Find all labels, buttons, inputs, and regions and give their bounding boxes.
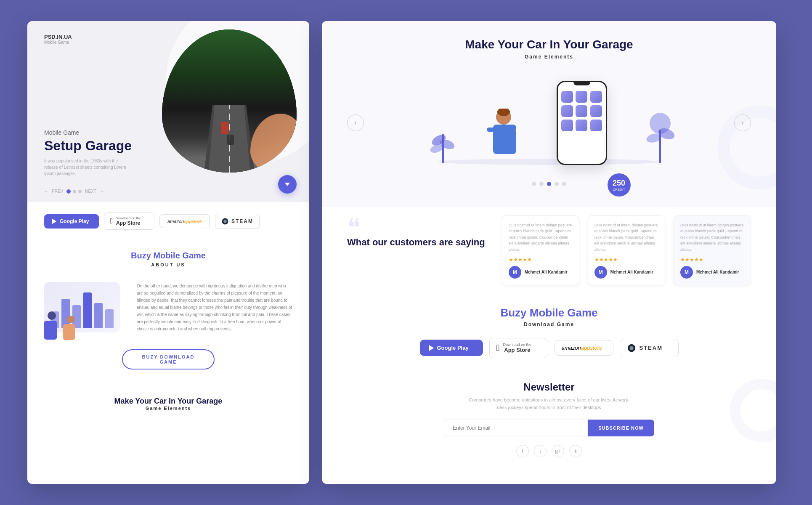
prev-arrow: ← — [44, 189, 48, 194]
badge-sub: CREDIT — [613, 188, 625, 191]
reviewer-avatar-2: M — [594, 266, 607, 279]
google-play-lg-button[interactable]: Google Play — [420, 340, 483, 356]
amazon-button[interactable]: amazonappstore — [159, 214, 210, 228]
slider-dot-4[interactable] — [555, 182, 559, 186]
google-play-label: Google Play — [60, 218, 89, 224]
facebook-icon[interactable]: f — [516, 445, 529, 457]
download-game-section: Buzy Mobile Game Download Game Google Pl… — [322, 294, 776, 371]
newsletter-email-input[interactable] — [444, 420, 588, 436]
linkedin-icon[interactable]: in — [569, 445, 582, 457]
play-icon — [52, 218, 56, 224]
twitter-icon[interactable]: t — [534, 445, 547, 457]
about-body-text: On the other hand, we denounce with righ… — [137, 282, 292, 332]
svg-rect-4 — [221, 122, 228, 134]
reviewer-1: M Mehmet Ali Kandamir — [509, 266, 573, 279]
review-text-1: Quis nostrud ut lorem dolgen posuere et … — [509, 222, 573, 252]
steam-lg-icon — [627, 343, 636, 353]
google-play-button[interactable]: Google Play — [44, 214, 99, 229]
badge-number: 250 — [613, 179, 625, 188]
steam-button[interactable]: STEAM — [215, 214, 260, 229]
download-game-title: Buzy Mobile Game — [347, 306, 751, 319]
credits-badge: 250 CREDIT — [608, 173, 631, 197]
subscribe-button[interactable]: SUBSCRIBE NOW — [588, 420, 654, 436]
subscribe-label: SUBSCRIBE NOW — [598, 425, 644, 431]
app-store-button[interactable]:  Download on the App Store — [104, 213, 154, 230]
slider-dot-1[interactable] — [532, 182, 536, 186]
hero-tag: Mobile Game — [44, 129, 132, 136]
game-teaser-title: Make Your Car In Your Garage — [44, 397, 292, 406]
review-card-1: Quis nostrud ut lorem dolgen posuere et … — [502, 215, 579, 285]
download-outline-button[interactable]: BUZY DOWNLOAD GAME — [122, 349, 215, 369]
svg-rect-15 — [487, 128, 494, 132]
social-icons: f t g+ in — [347, 445, 751, 457]
review-header: ❝ What our customers are saying Quis nos… — [347, 215, 751, 285]
slider-content: 250 CREDIT — [364, 81, 734, 165]
about-title: Buzy Mobile Game — [44, 251, 292, 260]
appstore-lg-label: App Store — [503, 347, 532, 353]
amazon-lg-button[interactable]: amazonappstore — [555, 340, 613, 356]
bar-6 — [105, 309, 114, 328]
hero-description: It was popularised in the 1960s with the… — [44, 158, 128, 177]
prev-label[interactable]: PREV — [52, 189, 63, 194]
svg-rect-14 — [493, 125, 516, 154]
hero-logo: PSD.IN.UA Mobile Game — [44, 34, 72, 45]
person-left — [44, 311, 59, 341]
app-store-lg-button[interactable]:  Download on the App Store — [489, 338, 548, 358]
person-right — [63, 316, 78, 341]
about-sub: ABOUT US — [44, 262, 292, 267]
newsletter-description: Computers have become ubiquitous in almo… — [465, 396, 633, 411]
main-container: PSD.IN.UA Mobile Game — [27, 21, 785, 484]
download-game-sub: Download Game — [347, 322, 751, 327]
next-arrow: → — [100, 189, 104, 194]
phone-app-grid — [558, 88, 606, 135]
right-panel: Make Your Car In Your Garage Game Elemen… — [322, 21, 776, 484]
app-icon-9 — [590, 120, 602, 131]
slider-dot-5[interactable] — [562, 182, 566, 186]
slider-dot-3[interactable] — [547, 182, 551, 186]
game-section-sub: Game Elements — [347, 54, 751, 60]
review-text-3: Quis nostrud ut lorem dolgen posuere et … — [680, 222, 744, 252]
reviewer-3: M Mehmet Ali Kandamir — [680, 266, 744, 279]
app-icon-6 — [590, 105, 602, 117]
reviewer-2: M Mehmet Ali Kandamir — [594, 266, 658, 279]
app-icon-7 — [561, 120, 573, 131]
next-icon: › — [741, 119, 743, 127]
slider-next-button[interactable]: › — [734, 114, 751, 131]
app-icon-1 — [561, 91, 573, 103]
appstore-lg-text: Download on the App Store — [503, 343, 532, 353]
scroll-down-button[interactable] — [278, 175, 297, 194]
app-icon-8 — [576, 120, 587, 131]
reviewer-avatar-1: M — [509, 266, 521, 279]
slider-dots — [347, 182, 751, 194]
dot-2 — [73, 190, 76, 193]
steam-label: STEAM — [231, 218, 253, 224]
phone-frame — [557, 81, 607, 165]
review-card-2: Quis nostrud ut lorem dolgen posuere et … — [588, 215, 665, 285]
stars-1: ★★★★★ — [509, 257, 573, 263]
app-icon-5 — [576, 105, 587, 117]
about-section: Buzy Mobile Game ABOUT US — [27, 240, 309, 388]
newsletter-form: SUBSCRIBE NOW — [444, 420, 654, 436]
svg-rect-5 — [227, 135, 234, 145]
reviewer-name-2: Mehmet Ali Kandamir — [610, 270, 653, 274]
reviewer-name-3: Mehmet Ali Kandamir — [696, 270, 739, 274]
bar-4 — [83, 292, 92, 328]
illustration-shadow — [438, 159, 660, 165]
review-title-block: ❝ What our customers are saying — [347, 215, 485, 249]
googleplus-icon[interactable]: g+ — [552, 445, 564, 457]
apple-lg-icon:  — [496, 343, 500, 354]
left-panel: PSD.IN.UA Mobile Game — [27, 21, 309, 484]
slider-dot-2[interactable] — [539, 182, 544, 186]
amazon-lg-logo: amazonappstore — [562, 345, 602, 351]
plant-right — [645, 113, 675, 165]
slider-prev-button[interactable]: ‹ — [347, 114, 364, 131]
download-game-buttons: Google Play  Download on the App Store … — [347, 338, 751, 358]
game-section-title: Make Your Car In Your Garage — [347, 38, 751, 51]
brand-name: PSD.IN.UA — [44, 34, 72, 40]
game-elements-section: Make Your Car In Your Garage Game Elemen… — [322, 21, 776, 207]
steam-lg-button[interactable]: STEAM — [620, 339, 679, 357]
apple-icon:  — [110, 217, 113, 226]
steam-icon — [221, 218, 229, 225]
next-label[interactable]: NEXT — [85, 189, 96, 194]
game-teaser-section: Make Your Car In Your Garage Game Elemen… — [27, 388, 309, 415]
